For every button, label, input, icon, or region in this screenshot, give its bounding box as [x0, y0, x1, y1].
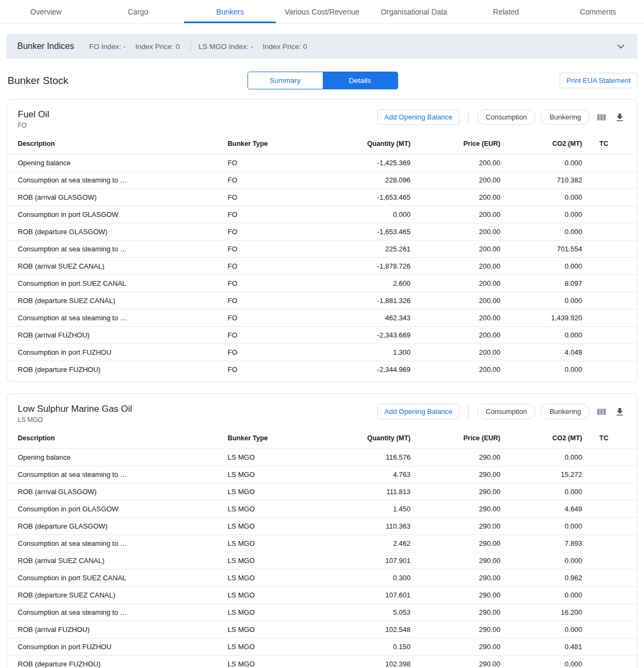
- add-opening-balance-button[interactable]: Add Opening Balance: [377, 109, 459, 125]
- cell-price: 200.00: [411, 241, 500, 258]
- cell-price: 200.00: [411, 275, 500, 292]
- cell-tc: [582, 344, 637, 361]
- table-row[interactable]: Consumption in port GLASGOWFO0.000200.00…: [7, 206, 637, 223]
- card-title: Low Sulphur Marine Gas Oil: [18, 404, 132, 414]
- cell-tc: [582, 569, 637, 587]
- chevron-down-icon: [615, 40, 627, 52]
- cell-quantity: 0.300: [346, 569, 411, 587]
- bunkering-button[interactable]: Bunkering: [541, 109, 590, 125]
- cell-description: Consumption in port GLASGOW: [7, 501, 217, 518]
- cell-description: Consumption in port SUEZ CANAL: [7, 275, 217, 292]
- table-row[interactable]: Consumption at sea steaming to …FO462.34…: [7, 310, 637, 327]
- table-row[interactable]: Consumption at sea steaming to …LS MGO5.…: [7, 604, 637, 621]
- columns-view-button[interactable]: [595, 111, 608, 124]
- cell-description: ROB (departure SUEZ CANAL): [7, 292, 217, 310]
- table-row[interactable]: ROB (arrival FUZHOU)FO-2,343.669200.000.…: [7, 327, 637, 344]
- details-toggle-button[interactable]: Details: [323, 72, 398, 89]
- cell-bunker-type: FO: [217, 275, 346, 292]
- table-row[interactable]: ROB (departure FUZHOU)LS MGO102.398290.0…: [7, 656, 637, 668]
- column-header-price: Price (EUR): [411, 135, 500, 154]
- cell-quantity: -1,653.465: [346, 223, 411, 241]
- cell-quantity: 228.096: [346, 172, 411, 189]
- table-row[interactable]: Consumption at sea steaming to …LS MGO4.…: [7, 466, 637, 483]
- table-header-row: Description Bunker Type Quantity (MT) Pr…: [7, 429, 637, 449]
- tab-bunkers[interactable]: Bunkers: [184, 0, 276, 23]
- table-row[interactable]: Consumption in port SUEZ CANALFO2.600200…: [7, 275, 637, 292]
- column-header-quantity: Quantity (MT): [346, 429, 411, 449]
- tab-overview[interactable]: Overview: [0, 0, 92, 23]
- page-title: Bunker Stock: [8, 75, 247, 87]
- tab-cargo[interactable]: Cargo: [92, 0, 184, 23]
- cell-tc: [582, 154, 637, 172]
- bunkering-button[interactable]: Bunkering: [541, 404, 590, 419]
- tab-organisational-data[interactable]: Organisational Data: [368, 0, 460, 23]
- table-row[interactable]: ROB (arrival FUZHOU)LS MGO102.548290.000…: [7, 621, 637, 638]
- download-button[interactable]: [613, 111, 626, 124]
- cell-bunker-type: LS MGO: [217, 535, 346, 552]
- table-row[interactable]: Opening balanceFO-1,425.369200.000.000: [7, 154, 637, 172]
- cell-quantity: 0.000: [346, 206, 411, 223]
- cell-description: ROB (arrival SUEZ CANAL): [7, 258, 217, 275]
- print-eua-statement-button[interactable]: Print EUA Statement: [560, 73, 638, 88]
- table-row[interactable]: Consumption at sea steaming to …LS MGO2.…: [7, 535, 637, 552]
- fuel-oil-table-body: Opening balanceFO-1,425.369200.000.000Co…: [7, 154, 637, 378]
- cell-quantity: -2,344.969: [346, 361, 411, 378]
- tab-related[interactable]: Related: [460, 0, 552, 23]
- table-row[interactable]: ROB (arrival SUEZ CANAL)FO-1,878.726200.…: [7, 258, 637, 275]
- mgo-index-price: Index Price: 0: [263, 43, 307, 51]
- cell-price: 290.00: [411, 569, 500, 587]
- table-row[interactable]: Consumption at sea steaming to …FO225.26…: [7, 241, 637, 258]
- column-header-price: Price (EUR): [411, 429, 500, 449]
- download-button[interactable]: [613, 405, 626, 418]
- cell-price: 200.00: [411, 206, 500, 223]
- card-subtitle: FO: [18, 122, 49, 129]
- cell-tc: [582, 483, 637, 501]
- indices-divider: [190, 41, 191, 52]
- tab-comments[interactable]: Comments: [552, 0, 644, 23]
- columns-view-button[interactable]: [595, 405, 608, 418]
- column-header-description: Description: [7, 429, 217, 449]
- cell-price: 290.00: [411, 552, 500, 569]
- cell-price: 290.00: [411, 501, 500, 518]
- cell-tc: [582, 466, 637, 483]
- table-row[interactable]: ROB (arrival SUEZ CANAL)LS MGO107.901290…: [7, 552, 637, 569]
- tab-various-cost-revenue[interactable]: Various Cost/Revenue: [276, 0, 368, 23]
- table-row[interactable]: ROB (departure GLASGOW)FO-1,653.465200.0…: [7, 223, 637, 241]
- cell-price: 200.00: [411, 154, 500, 172]
- consumption-button[interactable]: Consumption: [477, 109, 536, 125]
- cell-description: Consumption in port SUEZ CANAL: [7, 569, 217, 587]
- consumption-button[interactable]: Consumption: [477, 404, 536, 419]
- column-header-bunker-type: Bunker Type: [217, 135, 346, 154]
- summary-toggle-button[interactable]: Summary: [248, 72, 323, 89]
- cell-description: ROB (arrival FUZHOU): [7, 327, 217, 344]
- table-row[interactable]: Consumption at sea steaming to …FO228.09…: [7, 172, 637, 189]
- cell-price: 290.00: [411, 535, 500, 552]
- table-row[interactable]: ROB (departure SUEZ CANAL)LS MGO107.6012…: [7, 587, 637, 604]
- cell-description: Consumption at sea steaming to …: [7, 310, 217, 327]
- cell-quantity: -1,881.326: [346, 292, 411, 310]
- table-row[interactable]: ROB (departure SUEZ CANAL)FO-1,881.32620…: [7, 292, 637, 310]
- cell-co2: 0.000: [500, 154, 582, 172]
- cell-co2: 0.000: [500, 189, 582, 206]
- table-row[interactable]: Consumption in port SUEZ CANALLS MGO0.30…: [7, 569, 637, 587]
- table-row[interactable]: Consumption in port FUZHOULS MGO0.150290…: [7, 638, 637, 656]
- cell-price: 290.00: [411, 483, 500, 501]
- cell-tc: [582, 518, 637, 535]
- cell-tc: [582, 258, 637, 275]
- add-opening-balance-button[interactable]: Add Opening Balance: [377, 404, 459, 419]
- cell-quantity: 1.450: [346, 501, 411, 518]
- cell-bunker-type: FO: [217, 258, 346, 275]
- table-row[interactable]: Opening balanceLS MGO116.576290.000.000: [7, 449, 637, 466]
- cell-tc: [582, 604, 637, 621]
- table-row[interactable]: Consumption in port FUZHOUFO1.300200.004…: [7, 344, 637, 361]
- cell-price: 200.00: [411, 258, 500, 275]
- cell-bunker-type: LS MGO: [217, 501, 346, 518]
- cell-description: ROB (arrival SUEZ CANAL): [7, 552, 217, 569]
- cell-price: 290.00: [411, 587, 500, 604]
- table-row[interactable]: Consumption in port GLASGOWLS MGO1.45029…: [7, 501, 637, 518]
- table-row[interactable]: ROB (arrival GLASGOW)LS MGO111.813290.00…: [7, 483, 637, 501]
- table-row[interactable]: ROB (departure FUZHOU)FO-2,344.969200.00…: [7, 361, 637, 378]
- table-row[interactable]: ROB (departure GLASGOW)LS MGO110.363290.…: [7, 518, 637, 535]
- indices-expand-button[interactable]: [614, 39, 628, 53]
- table-row[interactable]: ROB (arrival GLASGOW)FO-1,653.465200.000…: [7, 189, 637, 206]
